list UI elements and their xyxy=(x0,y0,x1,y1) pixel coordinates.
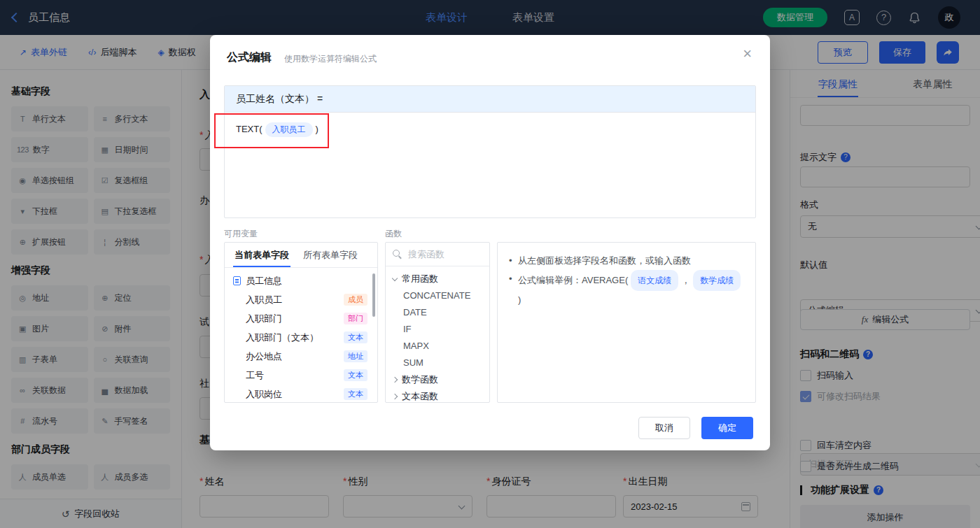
variable-row[interactable]: 入职员工成员 xyxy=(225,290,377,309)
variable-row[interactable]: 办公地点地址 xyxy=(225,347,377,366)
function-item[interactable]: MAPX xyxy=(393,338,482,355)
scrollbar-thumb[interactable] xyxy=(372,273,375,317)
function-item[interactable]: DATE xyxy=(393,304,482,321)
variable-row[interactable]: 工号文本 xyxy=(225,366,377,385)
tab-current-form-fields[interactable]: 当前表单字段 xyxy=(227,243,296,267)
search-icon xyxy=(393,250,402,259)
function-search-input[interactable] xyxy=(407,248,477,260)
confirm-button[interactable]: 确定 xyxy=(701,417,753,439)
help-line-1: 从左侧面板选择字段名和函数，或输入函数 xyxy=(509,252,744,270)
tab-all-form-fields[interactable]: 所有表单字段 xyxy=(296,243,365,267)
function-item[interactable]: SUM xyxy=(393,355,482,371)
chevron-right-icon xyxy=(392,377,398,383)
functions-title: 函数 xyxy=(385,228,402,240)
formula-target: 员工姓名（文本） = xyxy=(225,86,755,113)
variable-row[interactable]: 入职部门部门 xyxy=(225,309,377,328)
document-icon xyxy=(233,276,241,285)
variable-row[interactable]: 入职部门（文本）文本 xyxy=(225,328,377,347)
function-group-common[interactable]: 常用函数 xyxy=(393,271,482,287)
formula-variable-pill[interactable]: 入职员工 xyxy=(265,122,313,137)
help-panel: 从左侧面板选择字段名和函数，或输入函数 公式编辑举例：AVERAGE(语文成绩，… xyxy=(497,242,756,403)
example-variable-pill: 语文成绩 xyxy=(631,270,678,291)
chevron-down-icon xyxy=(392,275,398,280)
formula-editor: 员工姓名（文本） = TEXT(入职员工) xyxy=(224,85,756,218)
variables-title: 可用变量 xyxy=(224,228,258,240)
variable-tag: 部门 xyxy=(344,313,368,324)
variable-tag: 文本 xyxy=(344,369,368,381)
close-icon[interactable] xyxy=(743,46,752,62)
function-group-math[interactable]: 数学函数 xyxy=(393,371,482,388)
variable-tag: 文本 xyxy=(344,331,368,343)
variable-tag: 文本 xyxy=(344,388,368,400)
help-line-2: 公式编辑举例：AVERAGE(语文成绩，数学成绩) xyxy=(509,270,744,309)
formula-edit-modal: 公式编辑 使用数学运算符编辑公式 员工姓名（文本） = TEXT(入职员工) 可… xyxy=(210,35,770,450)
function-item[interactable]: CONCATENATE xyxy=(393,287,482,304)
function-item[interactable]: IF xyxy=(393,321,482,338)
variable-tag: 成员 xyxy=(344,294,368,306)
chevron-right-icon xyxy=(392,394,398,399)
variable-row[interactable]: 入职岗位文本 xyxy=(225,385,377,403)
functions-panel: 常用函数 CONCATENATE DATE IF MAPX SUM 数学函数 文… xyxy=(385,242,490,403)
modal-subtitle: 使用数学运算符编辑公式 xyxy=(284,53,377,65)
function-group-text[interactable]: 文本函数 xyxy=(393,388,482,403)
formula-close-paren: ) xyxy=(316,124,318,134)
example-variable-pill: 数学成绩 xyxy=(693,270,741,291)
formula-function-text: TEXT( xyxy=(236,124,262,134)
variables-panel: 当前表单字段 所有表单字段 员工信息 入职员工成员 入职部门部门 入职部门（文本… xyxy=(224,242,378,403)
cancel-button[interactable]: 取消 xyxy=(638,417,690,439)
tree-root-row[interactable]: 员工信息 xyxy=(225,271,377,290)
formula-input-area[interactable]: TEXT(入职员工) xyxy=(225,113,755,147)
variable-tag: 地址 xyxy=(344,350,368,362)
modal-title: 公式编辑 xyxy=(227,50,272,65)
